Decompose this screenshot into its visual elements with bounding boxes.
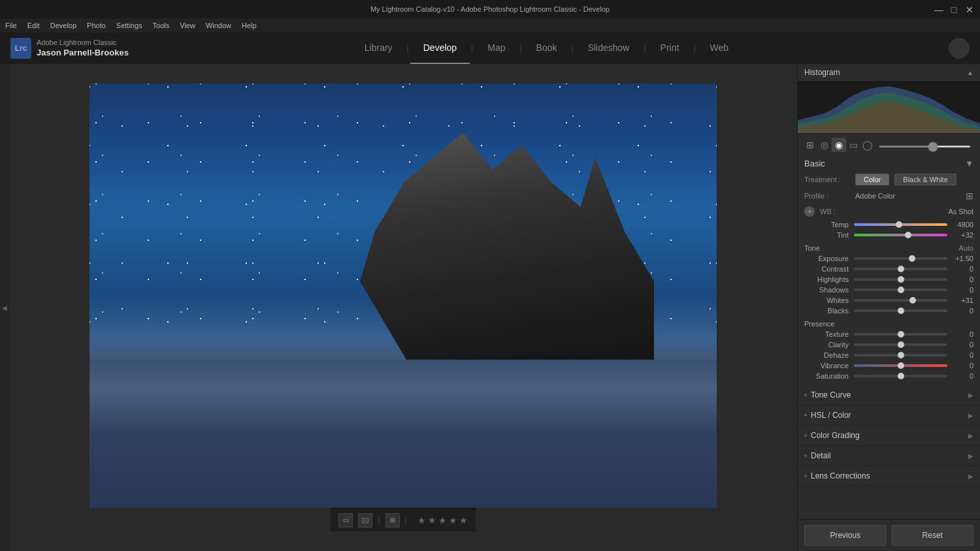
maximize-button[interactable]: □ — [950, 5, 958, 13]
star-2[interactable]: ★ — [428, 515, 436, 526]
texture-slider-thumb[interactable] — [898, 331, 904, 338]
lens-corrections-indicator — [804, 475, 807, 477]
detail-row[interactable]: Detail ▶ — [798, 446, 980, 466]
tone-subsection: Tone Auto — [798, 240, 980, 253]
highlights-slider-track[interactable] — [854, 278, 947, 281]
menu-edit[interactable]: Edit — [27, 22, 40, 29]
exposure-slider-track[interactable] — [854, 257, 947, 260]
hsl-label: HSL / Color — [811, 411, 851, 420]
temp-slider-thumb[interactable] — [896, 221, 902, 228]
nav-map[interactable]: Map — [474, 33, 518, 64]
image-container — [90, 84, 717, 508]
menu-tools[interactable]: Tools — [153, 22, 170, 29]
detail-indicator — [804, 454, 807, 457]
profile-value[interactable]: Adobe Color — [855, 192, 960, 200]
healing-tool-icon[interactable]: ◎ — [817, 138, 832, 152]
menu-develop[interactable]: Develop — [50, 22, 76, 29]
shadows-slider-row: Shadows 0 — [798, 285, 980, 295]
dehaze-slider-thumb[interactable] — [898, 352, 904, 358]
wb-label: WB : — [820, 208, 943, 215]
saturation-label: Saturation — [804, 372, 849, 380]
shadows-slider-track[interactable] — [854, 289, 947, 291]
menu-file[interactable]: File — [5, 22, 17, 29]
tint-slider-row: Tint +32 — [798, 230, 980, 240]
hsl-indicator — [804, 414, 807, 417]
menu-window[interactable]: Window — [206, 22, 231, 29]
view-normal-button[interactable]: ▭ — [338, 513, 353, 527]
shadows-label: Shadows — [804, 286, 849, 294]
whites-slider-track[interactable] — [854, 299, 947, 302]
histogram-svg — [798, 81, 980, 133]
menu-view[interactable]: View — [180, 22, 195, 29]
clarity-slider-thumb[interactable] — [898, 341, 904, 348]
view-options-button[interactable]: ⊞ — [385, 513, 400, 527]
top-navigation: Lrc Adobe Lightroom Classic Jason Parnel… — [0, 33, 980, 64]
contrast-slider-track[interactable] — [854, 268, 947, 270]
menu-photo[interactable]: Photo — [87, 22, 106, 29]
temp-slider-track[interactable] — [854, 223, 947, 226]
tone-auto-button[interactable]: Auto — [958, 244, 973, 252]
menu-help[interactable]: Help — [242, 22, 257, 29]
wb-row: ✦ WB : As Shot — [798, 204, 980, 219]
star-5[interactable]: ★ — [459, 515, 468, 526]
whites-slider-thumb[interactable] — [909, 297, 916, 304]
shadows-slider-thumb[interactable] — [898, 287, 904, 293]
saturation-slider-thumb[interactable] — [898, 373, 904, 379]
exposure-slider-thumb[interactable] — [909, 255, 915, 262]
histogram-header[interactable]: Histogram ▲ — [798, 64, 980, 81]
saturation-slider-track[interactable] — [854, 375, 947, 377]
main-image[interactable] — [90, 84, 717, 508]
menu-settings[interactable]: Settings — [116, 22, 142, 29]
lens-corrections-row[interactable]: Lens Corrections ▶ — [798, 466, 980, 486]
tint-label: Tint — [804, 231, 849, 239]
exposure-quick-slider — [879, 140, 971, 150]
vibrance-slider-track[interactable] — [854, 364, 947, 367]
wb-value[interactable]: As Shot — [948, 208, 973, 215]
contrast-slider-thumb[interactable] — [898, 266, 904, 272]
dehaze-slider-track[interactable] — [854, 354, 947, 356]
star-3[interactable]: ★ — [438, 515, 447, 526]
color-treatment-button[interactable]: Color — [855, 174, 889, 185]
clarity-slider-track[interactable] — [854, 343, 947, 346]
nav-book[interactable]: Book — [523, 33, 570, 64]
tone-curve-row[interactable]: Tone Curve ▶ — [798, 385, 980, 405]
nav-web[interactable]: Web — [697, 33, 742, 64]
wb-eyedropper-icon[interactable]: ✦ — [804, 206, 815, 217]
previous-button[interactable]: Previous — [804, 525, 887, 546]
reset-button[interactable]: Reset — [892, 525, 974, 546]
bottom-navigation: Previous Reset — [798, 519, 980, 551]
highlights-slider-thumb[interactable] — [898, 276, 904, 283]
texture-slider-track[interactable] — [854, 333, 947, 336]
tint-slider-track[interactable] — [854, 234, 947, 236]
hsl-color-row[interactable]: HSL / Color ▶ — [798, 405, 980, 426]
star-1[interactable]: ★ — [417, 515, 426, 526]
tone-curve-arrow-icon: ▶ — [968, 392, 973, 399]
nav-library[interactable]: Library — [351, 33, 406, 64]
blacks-slider-track[interactable] — [854, 309, 947, 312]
nav-develop[interactable]: Develop — [410, 33, 470, 64]
lens-corrections-arrow-icon: ▶ — [968, 473, 973, 480]
vibrance-slider-thumb[interactable] — [898, 362, 904, 369]
minimize-button[interactable]: — — [934, 5, 942, 13]
crop-tool-icon[interactable]: ⊞ — [803, 138, 817, 152]
blacks-slider-thumb[interactable] — [898, 307, 904, 314]
close-button[interactable]: ✕ — [966, 5, 973, 13]
identity-plate — [949, 38, 970, 59]
left-panel-toggle[interactable]: ◀ — [0, 64, 9, 551]
radial-filter-icon[interactable]: ◯ — [860, 138, 875, 152]
tint-slider-thumb[interactable] — [905, 232, 911, 238]
adjustment-brush-icon[interactable]: ◉ — [832, 138, 846, 152]
star-4[interactable]: ★ — [449, 515, 457, 526]
color-grading-row[interactable]: Color Grading ▶ — [798, 426, 980, 446]
basic-section-label[interactable]: Basic ▼ — [798, 156, 980, 171]
view-compare-button[interactable]: ▯▯ — [358, 513, 372, 527]
toolbar-sep2: | — [405, 516, 407, 525]
exposure-range-input[interactable] — [879, 146, 971, 148]
nav-print[interactable]: Print — [647, 33, 693, 64]
bw-treatment-button[interactable]: Black & White — [894, 174, 956, 185]
profile-grid-icon[interactable]: ⊞ — [966, 191, 973, 201]
exposure-value: +1.50 — [953, 255, 973, 262]
graduated-filter-icon[interactable]: ▭ — [846, 138, 860, 152]
highlights-label: Highlights — [804, 276, 849, 283]
nav-slideshow[interactable]: Slideshow — [575, 33, 643, 64]
